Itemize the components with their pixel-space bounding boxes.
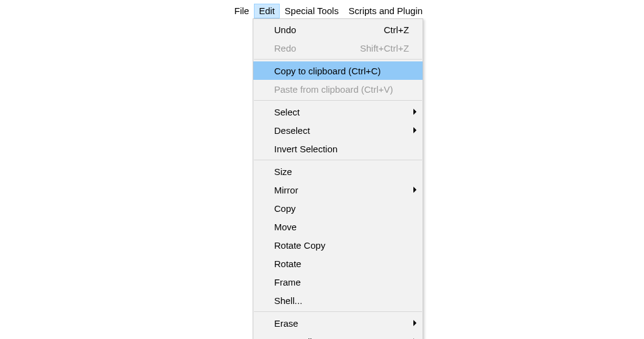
- menu-item-label: Deselect: [274, 125, 409, 136]
- menu-separator: [254, 59, 422, 60]
- menu-item-label: Redo: [274, 43, 353, 53]
- menu-item-frame[interactable]: Frame: [253, 273, 423, 291]
- menu-separator: [254, 311, 422, 312]
- menu-item-label: Shell...: [274, 295, 409, 306]
- chevron-right-icon: [413, 127, 416, 133]
- menu-item-rotate-copy[interactable]: Rotate Copy: [253, 236, 423, 254]
- menu-item-label: Select: [274, 107, 409, 117]
- menu-item-label: Erase: [274, 318, 409, 329]
- menu-item-copy-to-clipboard-ctrl-c[interactable]: Copy to clipboard (Ctrl+C): [253, 61, 423, 80]
- menu-item-label: Rotate Copy: [274, 240, 409, 251]
- menu-item-size[interactable]: Size: [253, 162, 423, 181]
- menu-separator: [254, 160, 422, 160]
- app-viewport: FileEditSpecial ToolsScripts and Plugin …: [0, 0, 644, 339]
- menu-item-label: Copy to clipboard (Ctrl+C): [274, 66, 409, 76]
- chevron-right-icon: [413, 187, 416, 193]
- menu-item-label: Set Quality: [274, 337, 409, 340]
- menu-item-label: Copy: [274, 203, 409, 214]
- menu-item-shell[interactable]: Shell...: [253, 291, 423, 310]
- menu-item-select[interactable]: Select: [253, 103, 423, 121]
- menu-item-accelerator: Ctrl+Z: [384, 25, 409, 35]
- chevron-right-icon: [413, 109, 416, 115]
- menu-item-label: Paste from clipboard (Ctrl+V): [274, 84, 409, 95]
- menu-item-deselect[interactable]: Deselect: [253, 121, 423, 139]
- menu-item-undo[interactable]: UndoCtrl+Z: [253, 20, 423, 39]
- menu-item-label: Invert Selection: [274, 144, 409, 154]
- edit-dropdown-menu: UndoCtrl+ZRedoShift+Ctrl+ZCopy to clipbo…: [253, 18, 423, 339]
- menu-separator: [254, 100, 422, 101]
- menu-item-label: Move: [274, 222, 409, 232]
- menubar: FileEditSpecial ToolsScripts and Plugin: [229, 4, 427, 18]
- menubar-item-edit[interactable]: Edit: [254, 4, 280, 18]
- menu-item-label: Rotate: [274, 259, 409, 269]
- menu-item-copy[interactable]: Copy: [253, 199, 423, 217]
- chevron-right-icon: [413, 320, 416, 326]
- menu-item-label: Undo: [274, 25, 377, 35]
- menu-item-erase[interactable]: Erase: [253, 314, 423, 332]
- menubar-item-file[interactable]: File: [229, 4, 254, 18]
- menu-item-label: Mirror: [274, 185, 409, 195]
- menu-item-set-quality[interactable]: Set Quality: [253, 332, 423, 339]
- menu-item-accelerator: Shift+Ctrl+Z: [360, 43, 409, 53]
- menu-item-paste-from-clipboard-ctrl-v: Paste from clipboard (Ctrl+V): [253, 80, 423, 98]
- menubar-item-scripts-and-plugin[interactable]: Scripts and Plugin: [343, 4, 427, 18]
- menu-item-label: Frame: [274, 277, 409, 287]
- menu-item-label: Size: [274, 166, 409, 177]
- menu-item-rotate[interactable]: Rotate: [253, 254, 423, 273]
- menu-item-move[interactable]: Move: [253, 217, 423, 236]
- menubar-item-special-tools[interactable]: Special Tools: [280, 4, 343, 18]
- menu-item-mirror[interactable]: Mirror: [253, 181, 423, 199]
- menu-item-invert-selection[interactable]: Invert Selection: [253, 139, 423, 158]
- menu-item-redo: RedoShift+Ctrl+Z: [253, 39, 423, 57]
